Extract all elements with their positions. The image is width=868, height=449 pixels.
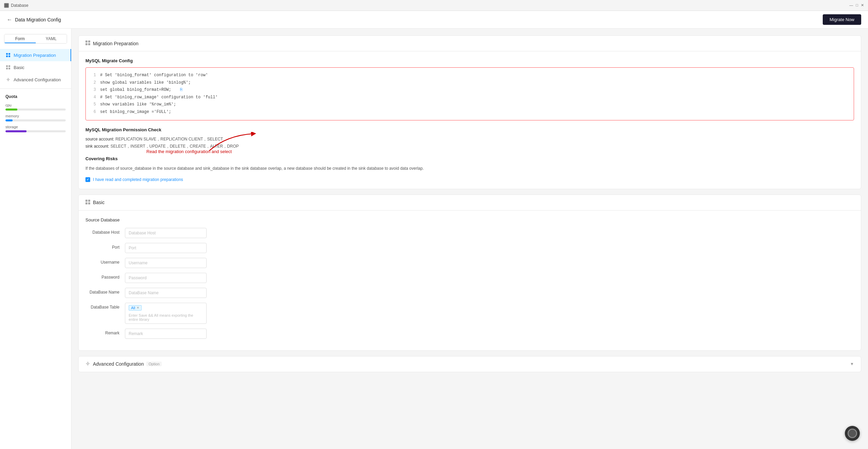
risk-section: Covering Risks If the databases of sourc… bbox=[85, 156, 854, 172]
svg-rect-17 bbox=[88, 202, 90, 204]
svg-rect-15 bbox=[88, 200, 90, 202]
form-row-dbname: DataBase Name bbox=[85, 288, 854, 298]
migration-preparation-title: Migration Preparation bbox=[93, 41, 139, 46]
code-text-5: show variables like '%row_im%'; bbox=[100, 101, 176, 109]
quota-item-storage: storage bbox=[5, 125, 66, 132]
back-nav: ← Data Migration Config bbox=[7, 17, 61, 23]
window-controls: — □ ✕ bbox=[849, 3, 864, 7]
quota-item-cpu: cpu bbox=[5, 103, 66, 111]
sidebar-item-advanced[interactable]: Advanced Configuration bbox=[0, 73, 71, 86]
sidebar-item-basic[interactable]: Basic bbox=[0, 61, 71, 73]
read-checkbox[interactable] bbox=[85, 177, 90, 182]
advanced-card: Advanced Configuration Option ▼ bbox=[78, 356, 861, 372]
tab-yaml[interactable]: YAML bbox=[36, 34, 67, 43]
option-badge: Option bbox=[146, 362, 161, 366]
svg-rect-14 bbox=[85, 200, 87, 202]
copy-icon[interactable]: ⎘ bbox=[180, 86, 182, 94]
quota-memory-track bbox=[5, 119, 66, 121]
code-text-2: show global variables like 'binlog%'; bbox=[100, 79, 191, 87]
left-panel: Form YAML Migration Preparation Basic Ad… bbox=[0, 29, 71, 449]
line-num-2: 2 bbox=[91, 79, 96, 87]
tab-form[interactable]: Form bbox=[4, 34, 36, 43]
covering-risks-title: Covering Risks bbox=[85, 156, 854, 161]
svg-rect-12 bbox=[85, 43, 87, 45]
label-password: Password bbox=[85, 273, 119, 280]
source-db-title: Source Database bbox=[85, 217, 854, 222]
advanced-header[interactable]: Advanced Configuration Option ▼ bbox=[79, 356, 861, 372]
back-arrow-icon[interactable]: ← bbox=[7, 17, 12, 23]
right-panel: Migration Preparation MySQL Migrate Conf… bbox=[71, 29, 868, 449]
checkbox-label: I have read and completed migration prep… bbox=[93, 177, 183, 182]
svg-rect-16 bbox=[85, 202, 87, 204]
svg-rect-1 bbox=[6, 53, 8, 55]
input-host[interactable] bbox=[125, 228, 207, 238]
svg-rect-7 bbox=[6, 68, 8, 69]
migrate-now-button[interactable]: Migrate Now bbox=[823, 14, 861, 25]
code-text-4: # Set 'binlog_row_image' configuration t… bbox=[100, 94, 218, 101]
quota-item-memory: memory bbox=[5, 114, 66, 121]
svg-rect-0 bbox=[5, 4, 8, 7]
label-host: Database Host bbox=[85, 228, 119, 235]
input-dbtable[interactable]: All ✕ Enter Save && All means exporting … bbox=[125, 303, 207, 324]
label-port: Port bbox=[85, 243, 119, 250]
sink-account-row: sink account: SELECT，INSERT，UPDATE，DELET… bbox=[85, 144, 854, 149]
section-header-icon bbox=[85, 40, 90, 46]
input-password[interactable] bbox=[125, 273, 207, 283]
quota-storage-label: storage bbox=[5, 125, 66, 129]
quota-cpu-track bbox=[5, 109, 66, 111]
maximize-btn[interactable]: □ bbox=[856, 3, 858, 7]
input-dbname[interactable] bbox=[125, 288, 207, 298]
checkbox-row[interactable]: I have read and completed migration prep… bbox=[85, 177, 854, 182]
chevron-down-icon[interactable]: ▼ bbox=[850, 362, 854, 366]
quota-cpu-label: cpu bbox=[5, 103, 66, 107]
form-row-remark: Remark bbox=[85, 329, 854, 339]
app-title: Database bbox=[11, 3, 28, 8]
permission-section: MySQL Migration Permission Check source … bbox=[85, 127, 854, 149]
svg-point-9 bbox=[7, 79, 9, 80]
input-port[interactable] bbox=[125, 243, 207, 253]
migration-preparation-card: Migration Preparation MySQL Migrate Conf… bbox=[78, 35, 861, 189]
line-num-6: 6 bbox=[91, 109, 96, 116]
basic-header: Basic bbox=[79, 195, 861, 211]
quota-storage-fill bbox=[5, 130, 27, 132]
source-account-row: source account: REPLICATION SLAVE，REPLIC… bbox=[85, 136, 854, 142]
input-username[interactable] bbox=[125, 258, 207, 268]
code-line-6: 6 set binlog_row_image ='FULL'; bbox=[91, 109, 849, 116]
advanced-gear-icon bbox=[85, 361, 90, 367]
close-btn[interactable]: ✕ bbox=[861, 3, 864, 7]
tag-close-icon[interactable]: ✕ bbox=[136, 306, 139, 310]
line-num-5: 5 bbox=[91, 101, 96, 109]
minimize-btn[interactable]: — bbox=[849, 3, 853, 7]
sidebar-item-migration-preparation[interactable]: Migration Preparation bbox=[0, 49, 71, 61]
code-line-4: 4 # Set 'binlog_row_image' configuration… bbox=[91, 94, 849, 101]
svg-rect-2 bbox=[9, 53, 10, 55]
code-line-5: 5 show variables like '%row_im%'; bbox=[91, 101, 849, 109]
code-line-3: 3 set global binlog_format=ROW; ⎘ bbox=[91, 86, 849, 94]
quota-storage-track bbox=[5, 130, 66, 132]
svg-rect-11 bbox=[88, 40, 90, 43]
sidebar-label-basic: Basic bbox=[14, 65, 25, 70]
basic-title: Basic bbox=[93, 200, 105, 205]
basic-card: Basic Source Database Database Host Port… bbox=[78, 195, 861, 351]
svg-rect-6 bbox=[9, 65, 10, 67]
code-text-3: set global binlog_format=ROW; bbox=[100, 86, 176, 94]
form-row-dbtable: DataBase Table All ✕ Enter Save && All m… bbox=[85, 303, 854, 324]
quota-memory-label: memory bbox=[5, 114, 66, 118]
floating-btn-inner bbox=[848, 429, 857, 438]
code-line-1: 1 # Set 'binlog_format' configuration to… bbox=[91, 72, 849, 79]
quota-section: Quota cpu memory storage bbox=[0, 88, 71, 141]
mysql-config-title: MySQL Migrate Config bbox=[85, 58, 854, 63]
svg-rect-13 bbox=[88, 43, 90, 45]
code-text-6: set binlog_row_image ='FULL'; bbox=[100, 109, 171, 116]
code-block: 1 # Set 'binlog_format' configuration to… bbox=[85, 67, 854, 120]
svg-rect-10 bbox=[85, 40, 87, 43]
floating-action-button[interactable] bbox=[845, 426, 860, 441]
label-dbtable: DataBase Table bbox=[85, 303, 119, 310]
all-tag-label: All bbox=[131, 306, 135, 310]
source-value: REPLICATION SLAVE，REPLICATION CLIENT，SEL… bbox=[115, 137, 223, 142]
input-remark[interactable] bbox=[125, 329, 207, 339]
permission-title: MySQL Migration Permission Check bbox=[85, 127, 854, 132]
page-title: Data Migration Config bbox=[15, 17, 61, 22]
svg-point-18 bbox=[87, 363, 89, 364]
titlebar: Database — □ ✕ bbox=[0, 0, 868, 11]
